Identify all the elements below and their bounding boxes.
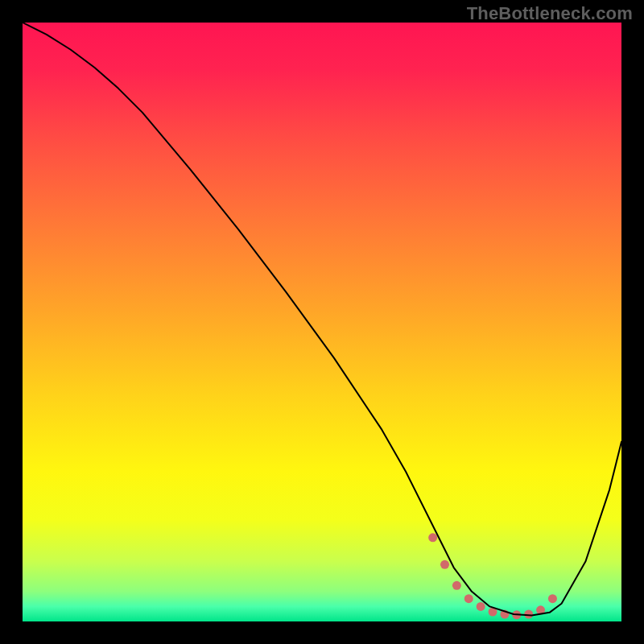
marker-dot — [464, 594, 473, 603]
marker-dot — [440, 560, 449, 569]
plot-area — [23, 23, 621, 621]
chart-stage: TheBottleneck.com — [0, 0, 644, 644]
chart-svg — [23, 23, 621, 621]
marker-dot — [477, 602, 485, 611]
marker-dot — [548, 594, 557, 603]
watermark-text: TheBottleneck.com — [467, 3, 633, 24]
gradient-background — [23, 23, 621, 621]
marker-dot — [452, 581, 461, 590]
marker-dot — [428, 533, 437, 542]
